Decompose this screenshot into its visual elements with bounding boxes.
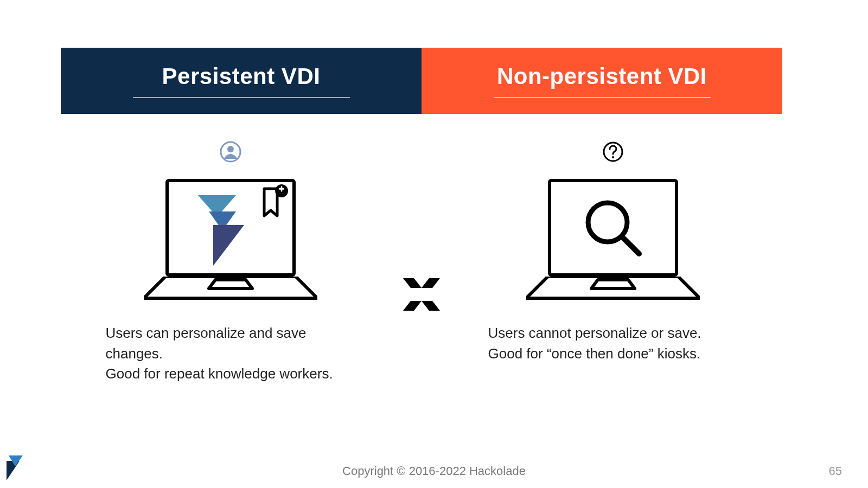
laptop-right-base (526, 277, 700, 303)
slide-body: Users can personalize and save changes. … (61, 141, 782, 384)
user-icon (220, 141, 241, 165)
right-caption: Users cannot personalize or save. Good f… (488, 323, 738, 364)
right-column: Users cannot personalize or save. Good f… (443, 141, 782, 364)
left-caption-line1: Users can personalize and save changes. (106, 323, 355, 364)
laptop-left (144, 169, 317, 310)
left-column: Users can personalize and save changes. … (61, 141, 400, 384)
header-right-underline (494, 97, 711, 98)
svg-line-13 (623, 237, 639, 254)
bookmark-plus-icon (261, 184, 289, 218)
versus-icon (400, 275, 443, 316)
svg-marker-4 (213, 225, 244, 266)
footer-copyright: Copyright © 2016-2022 Hackolade (0, 464, 868, 478)
svg-marker-9 (209, 280, 252, 288)
svg-point-1 (227, 146, 234, 152)
header-left: Persistent VDI (61, 48, 422, 114)
right-caption-line1: Users cannot personalize or save. (488, 323, 738, 344)
left-caption-line2: Good for repeat knowledge workers. (106, 364, 355, 384)
svg-point-11 (612, 156, 614, 158)
magnifier-icon (580, 195, 646, 260)
svg-rect-7 (280, 186, 282, 191)
header-left-title: Persistent VDI (162, 63, 321, 89)
page-number: 65 (829, 464, 842, 478)
question-icon (602, 141, 624, 165)
laptop-right-screen (548, 179, 678, 277)
svg-marker-16 (7, 461, 20, 480)
header-right-title: Non-persistent VDI (497, 63, 707, 89)
header-band: Persistent VDI Non-persistent VDI (61, 48, 782, 114)
slide: Persistent VDI Non-persistent VDI (0, 0, 868, 488)
header-left-underline (133, 97, 350, 98)
laptop-left-base (144, 277, 317, 303)
header-right: Non-persistent VDI (422, 48, 782, 114)
brand-logo-icon (198, 195, 258, 266)
left-caption: Users can personalize and save changes. … (106, 323, 355, 384)
laptop-right (526, 169, 700, 310)
corner-brand-logo-icon (7, 455, 25, 480)
svg-marker-15 (591, 280, 635, 288)
right-caption-line2: Good for “once then done” kiosks. (488, 344, 738, 364)
laptop-left-screen (165, 179, 296, 277)
